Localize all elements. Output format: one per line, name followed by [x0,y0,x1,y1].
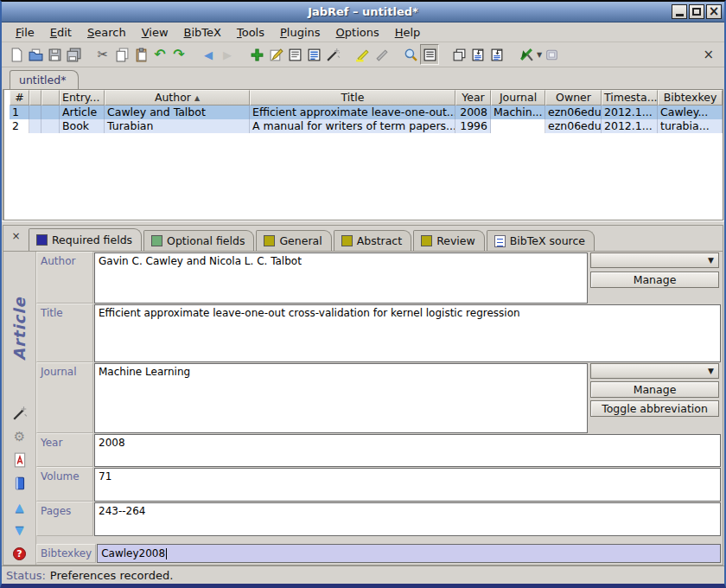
menu-edit[interactable]: Edit [43,24,79,41]
copy-icon[interactable] [112,44,131,65]
gear-icon[interactable]: ⚙ [12,429,28,444]
cell-author[interactable]: Turabian [105,119,250,133]
cell-year[interactable]: 1996 [455,119,491,133]
author-manage-button[interactable]: Manage [590,272,719,288]
close-button[interactable]: × [706,4,722,19]
cell-entrytype[interactable]: Book [60,119,105,133]
column-header-icon1[interactable] [29,90,41,105]
redo-icon[interactable]: ↷ [169,44,188,65]
new-database-icon[interactable] [7,44,26,65]
unmark-entries-icon[interactable] [372,44,391,65]
new-entry-icon[interactable] [247,44,266,65]
column-header-journal[interactable]: Journal [491,90,545,105]
forward-icon[interactable]: ▶ [218,44,237,65]
database-tab-untitled[interactable]: untitled* [10,70,79,89]
column-header-year[interactable]: Year [455,90,491,105]
paste-icon[interactable] [131,44,150,65]
pages-field[interactable]: 243--264 [94,502,721,536]
column-header-number[interactable]: # [10,90,29,105]
column-header-timestamp[interactable]: Timesta... [602,90,658,105]
push-to-lyx-icon[interactable] [517,44,536,65]
cut-icon[interactable]: ✂ [93,44,112,65]
search-icon[interactable] [401,44,420,65]
menu-view[interactable]: View [135,24,175,41]
edit-entry-icon[interactable] [266,44,285,65]
cell-title[interactable]: Efficient approximate leave-one-out... [250,105,455,119]
preview-entry-icon[interactable] [285,44,304,65]
tab-general[interactable]: General [256,230,331,251]
minimize-button[interactable] [672,4,687,19]
mark-entries-icon[interactable] [353,44,372,65]
export-icon[interactable] [542,44,561,65]
menu-bibtex[interactable]: BibTeX [177,24,228,41]
open-database-icon[interactable] [26,44,45,65]
column-header-bibtexkey[interactable]: Bibtexkey [658,90,723,105]
cell-timestamp[interactable]: 2012.1... [602,105,658,119]
menu-plugins[interactable]: Plugins [273,24,328,41]
cell-bibtexkey[interactable]: Cawley... [658,105,723,119]
cell-owner[interactable]: ezn06edu [545,119,602,133]
table-row-1[interactable]: 1 Article Cawley and Talbot Efficient ap… [10,105,723,119]
cell-number[interactable]: 1 [10,105,29,119]
edit-strings-icon[interactable] [304,44,323,65]
cell-entrytype[interactable]: Article [60,105,105,119]
pdf-icon[interactable] [12,452,28,468]
undo-icon[interactable]: ↶ [150,44,169,65]
cell-journal[interactable]: Machin... [491,105,545,119]
column-header-icon2[interactable] [41,90,60,105]
save-database-icon[interactable] [45,44,64,65]
import-into-database-icon[interactable] [487,44,506,65]
tab-bibtex-source[interactable]: BibTeX source [487,230,595,251]
cell-year[interactable]: 2008 [455,105,491,119]
cell-title[interactable]: A manual for writers of term papers... [250,119,455,133]
cell-timestamp[interactable]: 2012.1... [602,119,658,133]
tab-review[interactable]: Review [413,230,485,251]
cleanup-wand-icon[interactable] [323,44,342,65]
toggle-abbreviation-button[interactable]: Toggle abbreviation [590,400,719,417]
cell-journal[interactable] [491,119,545,133]
cell-bibtexkey[interactable]: turabia... [658,119,723,133]
bibtexkey-field[interactable]: Cawley2008 [97,544,721,563]
menu-file[interactable]: File [9,24,41,41]
year-field[interactable]: 2008 [94,434,721,467]
doi-book-icon[interactable] [12,476,28,491]
new-from-plain-text-icon[interactable] [468,44,487,65]
volume-field[interactable]: 71 [94,468,721,502]
toggle-preview-icon[interactable] [420,44,439,65]
cell-icon1[interactable] [29,105,41,119]
back-icon[interactable]: ◀ [199,44,218,65]
next-entry-icon[interactable]: ▼ [12,522,28,538]
journal-field[interactable]: Machine Learning [94,363,588,433]
journal-combobox[interactable]: ▼ [590,363,719,379]
column-header-entrytype[interactable]: Entry... [60,90,105,105]
editor-close-button[interactable]: × [9,229,23,243]
autogenerate-wand-icon[interactable] [12,406,28,421]
cell-icon2[interactable] [41,119,60,133]
author-name-format-combobox[interactable]: ▼ [590,252,719,268]
author-field[interactable]: Gavin C. Cawley and Nicola L. C. Talbot [94,252,588,304]
cell-number[interactable]: 2 [10,119,29,133]
cell-owner[interactable]: ezn06edu [545,105,602,119]
tab-required-fields[interactable]: Required fields [29,228,142,251]
menu-options[interactable]: Options [329,24,386,41]
save-all-icon[interactable] [64,44,83,65]
title-field[interactable]: Efficient approximate leave-one-out cros… [94,304,721,362]
sidepane-close-icon[interactable]: × [703,47,714,62]
previous-entry-icon[interactable]: ▲ [12,499,28,514]
maximize-button[interactable] [689,4,704,19]
menu-help[interactable]: Help [388,24,428,41]
cell-icon2[interactable] [41,105,60,119]
tab-abstract[interactable]: Abstract [334,230,411,251]
journal-manage-button[interactable]: Manage [590,381,719,398]
column-header-owner[interactable]: Owner [545,90,602,105]
column-header-title[interactable]: Title [250,90,455,105]
cell-icon1[interactable] [29,119,41,133]
help-icon[interactable]: ? [12,546,28,561]
menu-search[interactable]: Search [80,24,133,41]
duplicate-entry-icon[interactable] [449,44,468,65]
column-header-author[interactable]: Author ▲ [105,90,250,105]
cell-author[interactable]: Cawley and Talbot [105,105,250,119]
menu-tools[interactable]: Tools [230,24,271,41]
tab-optional-fields[interactable]: Optional fields [143,230,254,251]
table-row-2[interactable]: 2 Book Turabian A manual for writers of … [10,119,723,133]
